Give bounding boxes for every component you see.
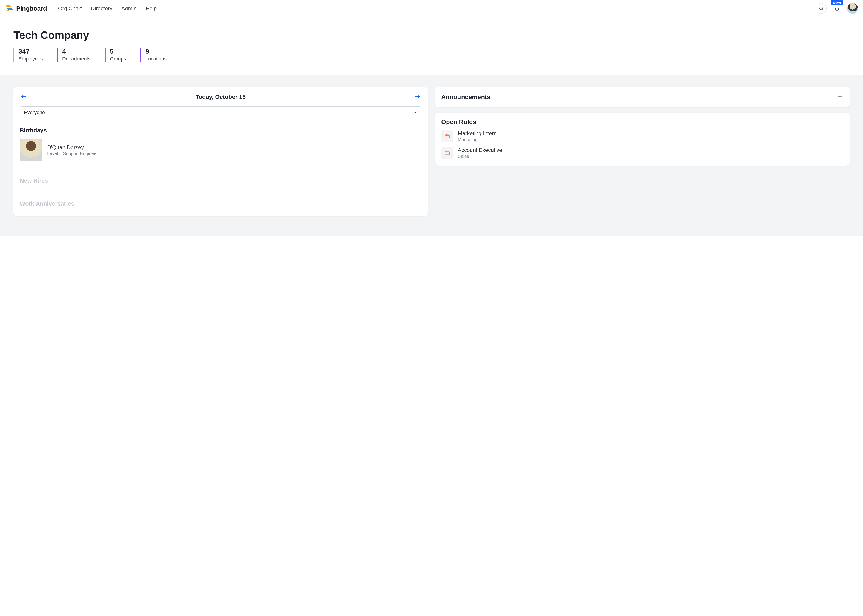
search-button[interactable] <box>816 3 827 14</box>
add-announcement-button[interactable] <box>836 93 844 101</box>
person-role: Level II Support Engineer <box>47 151 98 156</box>
svg-rect-10 <box>445 152 450 155</box>
briefcase-icon <box>441 130 453 142</box>
open-roles-card: Open Roles Marketing Intern Marketing Ac… <box>435 113 849 166</box>
birthday-person[interactable]: D'Quan Dorsey Level II Support Engineer <box>20 139 421 161</box>
stat-label: Departments <box>62 56 91 62</box>
stat-value: 347 <box>19 48 43 55</box>
role-title: Account Executive <box>458 147 502 153</box>
scope-select[interactable]: Everyone <box>20 106 421 119</box>
stat-departments[interactable]: 4 Departments <box>57 48 91 62</box>
stat-value: 5 <box>110 48 126 55</box>
stat-locations[interactable]: 9 Locations <box>140 48 167 62</box>
arrow-right-icon <box>414 93 420 100</box>
divider <box>20 192 421 192</box>
role-department: Sales <box>458 154 502 159</box>
notifications: New! <box>832 3 842 14</box>
stat-value: 9 <box>145 48 167 55</box>
topnav-actions: New! <box>816 3 857 14</box>
bell-icon <box>834 6 839 11</box>
plus-icon <box>837 94 842 99</box>
stat-label: Employees <box>19 56 43 62</box>
company-title: Tech Company <box>14 29 849 41</box>
announcements-title: Announcements <box>441 93 490 101</box>
company-stats: 347 Employees 4 Departments 5 Groups 9 L… <box>14 48 849 62</box>
dashboard-main: Today, October 15 Everyone Birthdays D'Q… <box>0 75 863 236</box>
svg-line-4 <box>822 9 823 10</box>
stat-employees[interactable]: 347 Employees <box>14 48 43 62</box>
stat-groups[interactable]: 5 Groups <box>105 48 126 62</box>
top-nav: Pingboard Org Chart Directory Admin Help… <box>0 0 863 17</box>
right-column: Announcements Open Roles Marketing Inter… <box>435 87 849 166</box>
open-role[interactable]: Account Executive Sales <box>441 147 844 159</box>
stat-value: 4 <box>62 48 91 55</box>
brand-logo-icon <box>5 5 14 12</box>
chevron-down-icon <box>413 110 417 115</box>
svg-rect-9 <box>445 135 450 138</box>
today-date: Today, October 15 <box>195 93 246 101</box>
announcements-card: Announcements <box>435 87 849 107</box>
open-roles-title: Open Roles <box>441 118 844 126</box>
arrow-left-icon <box>21 93 27 100</box>
brand-name: Pingboard <box>16 5 47 12</box>
user-avatar[interactable] <box>847 3 858 14</box>
role-department: Marketing <box>458 137 497 142</box>
company-header: Tech Company 347 Employees 4 Departments… <box>0 17 863 75</box>
nav-links: Org Chart Directory Admin Help <box>58 5 157 12</box>
anniversaries-heading[interactable]: Work Anniversaries <box>20 200 421 207</box>
scope-select-value: Everyone <box>24 110 45 116</box>
nav-link-help[interactable]: Help <box>146 5 157 12</box>
prev-day-button[interactable] <box>20 93 28 101</box>
next-day-button[interactable] <box>413 93 421 101</box>
person-name: D'Quan Dorsey <box>47 144 98 151</box>
birthdays-heading: Birthdays <box>20 127 421 134</box>
briefcase-icon <box>441 147 453 159</box>
svg-marker-0 <box>5 5 12 8</box>
brand[interactable]: Pingboard <box>5 5 47 12</box>
stat-label: Groups <box>110 56 126 62</box>
search-icon <box>819 6 824 11</box>
new-hires-heading[interactable]: New Hires <box>20 177 421 184</box>
nav-link-admin[interactable]: Admin <box>121 5 137 12</box>
open-role[interactable]: Marketing Intern Marketing <box>441 130 844 142</box>
new-badge: New! <box>831 0 843 5</box>
nav-link-orgchart[interactable]: Org Chart <box>58 5 82 12</box>
person-photo <box>20 139 42 161</box>
today-card: Today, October 15 Everyone Birthdays D'Q… <box>14 87 428 216</box>
stat-label: Locations <box>145 56 167 62</box>
today-card-header: Today, October 15 <box>20 93 421 101</box>
nav-link-directory[interactable]: Directory <box>91 5 112 12</box>
role-title: Marketing Intern <box>458 130 497 137</box>
